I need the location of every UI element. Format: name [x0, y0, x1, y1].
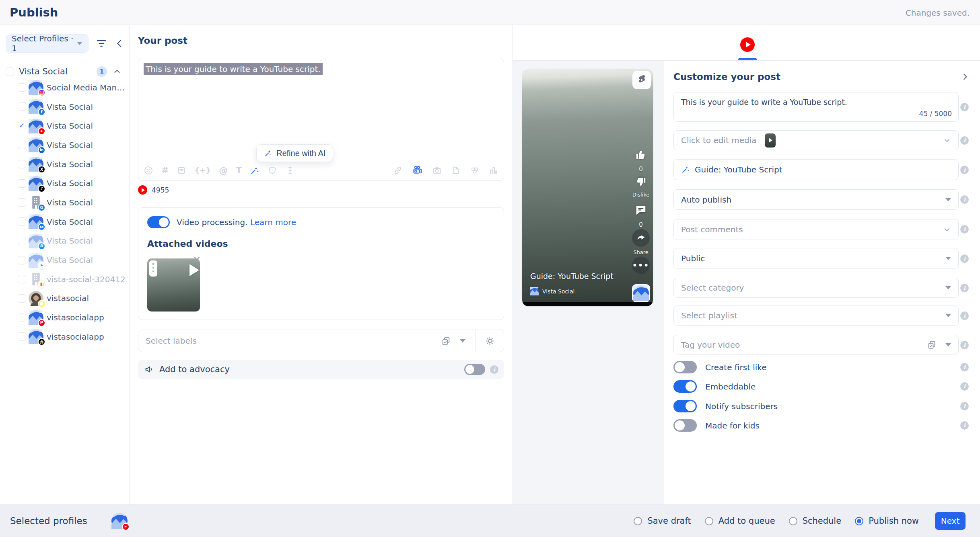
video-processing-toggle[interactable] [147, 216, 170, 228]
text-format-icon[interactable]: T [236, 166, 242, 175]
advocacy-toggle[interactable] [464, 364, 485, 375]
edit-media-field[interactable]: Click to edit media [673, 130, 959, 150]
variables-icon[interactable]: {+} [194, 166, 211, 175]
profile-checkbox[interactable] [18, 141, 26, 149]
made-for-kids-toggle[interactable] [673, 419, 697, 432]
notify-subscribers-toggle[interactable] [673, 400, 697, 412]
media-thumbnail-play-icon[interactable] [765, 133, 776, 148]
tags-field[interactable]: Tag your video [673, 335, 959, 355]
remove-video-icon[interactable]: ✕ [193, 255, 201, 264]
refine-with-ai-button[interactable]: Refine with AI [256, 144, 333, 162]
chevron-down-icon[interactable] [460, 339, 465, 342]
profile-row-google-play[interactable]: Vista Social [0, 250, 130, 270]
video-icon[interactable] [412, 165, 423, 176]
comments-button[interactable]: 0 [631, 204, 651, 228]
schedule-option[interactable]: Schedule [789, 516, 842, 526]
profile-row-youtube[interactable]: Vista Social [0, 116, 130, 135]
profile-row-threads[interactable]: vistasocialapp [0, 327, 130, 346]
profile-row-bluesky[interactable]: Vista Social [0, 212, 130, 232]
profile-checkbox[interactable] [18, 332, 26, 341]
drag-handle-icon[interactable] [149, 260, 157, 277]
tab-youtube[interactable] [740, 37, 755, 52]
play-icon[interactable] [189, 264, 199, 276]
add-to-queue-option[interactable]: Add to queue [705, 516, 775, 526]
labels-icon[interactable] [927, 340, 937, 350]
emoji-icon[interactable] [144, 166, 153, 175]
radio-icon-selected[interactable] [855, 517, 863, 525]
profile-checkbox[interactable] [18, 237, 26, 245]
chevron-right-icon[interactable] [960, 72, 970, 82]
profile-checkbox[interactable] [18, 83, 26, 92]
profile-checkbox-checked[interactable] [18, 122, 26, 130]
info-icon[interactable] [960, 421, 969, 430]
post-editor[interactable]: This is your guide to write a YouTube sc… [138, 58, 504, 181]
info-icon[interactable] [960, 254, 969, 263]
manage-labels-button[interactable] [476, 336, 504, 346]
media-library-icon[interactable] [470, 166, 480, 175]
learn-more-link[interactable]: Learn more [250, 217, 296, 227]
post-text[interactable]: This is your guide to write a YouTube sc… [144, 63, 323, 75]
profile-checkbox[interactable] [18, 198, 26, 207]
chart-icon[interactable] [489, 166, 498, 175]
chevron-up-icon[interactable] [113, 67, 121, 76]
select-labels-field[interactable]: Select labels [138, 330, 504, 352]
radio-icon[interactable] [634, 517, 642, 525]
next-button[interactable]: Next [935, 512, 966, 530]
profile-checkbox[interactable] [18, 102, 26, 111]
visibility-select[interactable]: Public [673, 248, 959, 269]
info-icon[interactable] [490, 365, 498, 374]
profile-row-pinterest[interactable]: vistasocialapp [0, 308, 130, 327]
filter-profiles-button[interactable] [95, 37, 107, 49]
post-text-field[interactable]: This is your guide to write a YouTube sc… [673, 92, 959, 122]
link-icon[interactable] [393, 166, 403, 175]
profile-checkbox[interactable] [18, 314, 26, 322]
info-icon[interactable] [960, 341, 969, 349]
category-select[interactable]: Select category [673, 278, 959, 298]
hashtag-icon[interactable]: # [161, 166, 169, 175]
publish-now-option[interactable]: Publish now [855, 516, 919, 526]
profile-checkbox[interactable] [18, 160, 26, 168]
create-first-like-toggle[interactable] [673, 361, 697, 373]
profile-row-instagram[interactable]: Social Media Managem... [0, 78, 130, 97]
profile-checkbox[interactable] [18, 217, 26, 226]
info-icon[interactable] [960, 166, 969, 174]
info-icon[interactable] [960, 195, 969, 204]
notes-icon[interactable] [177, 166, 186, 175]
profile-checkbox[interactable] [18, 275, 26, 283]
embeddable-toggle[interactable] [673, 380, 697, 393]
select-profiles-dropdown[interactable]: Select Profiles · 1 [6, 34, 89, 53]
profile-row-tiktok[interactable]: Vista Social [0, 174, 130, 193]
dislike-button[interactable]: Dislike [631, 176, 651, 198]
profile-row-app-store[interactable]: Vista Social [0, 232, 130, 251]
profile-row-x[interactable]: Vista Social [0, 155, 130, 174]
collapse-sidebar-button[interactable] [114, 38, 126, 50]
file-icon[interactable] [451, 166, 461, 175]
info-icon[interactable] [960, 363, 969, 371]
video-title-field[interactable]: Guide: YouTube Script [673, 159, 959, 180]
chevron-down-icon[interactable] [943, 136, 951, 144]
profile-row-google-business[interactable]: Vista Social [0, 193, 130, 212]
info-icon[interactable] [960, 382, 969, 391]
profile-row-facebook[interactable]: Vista Social [0, 97, 130, 117]
save-draft-option[interactable]: Save draft [634, 516, 691, 526]
profile-checkbox[interactable] [18, 179, 26, 188]
profile-checkbox[interactable] [18, 294, 26, 303]
info-icon[interactable] [960, 312, 969, 320]
playlist-select[interactable]: Select playlist [673, 305, 959, 326]
text-cursor-icon[interactable] [285, 166, 295, 175]
group-checkbox[interactable] [6, 68, 14, 76]
labels-icon[interactable] [441, 336, 451, 346]
profile-checkbox[interactable] [18, 256, 26, 264]
like-button[interactable]: 0 [631, 149, 651, 173]
ai-assistant-icon[interactable] [250, 166, 259, 175]
share-button[interactable]: Share [631, 229, 651, 255]
info-icon[interactable] [960, 402, 969, 410]
more-button[interactable]: ••• [631, 256, 651, 274]
radio-icon[interactable] [789, 517, 797, 525]
post-comments-select[interactable]: Post comments [673, 219, 959, 240]
info-icon[interactable] [960, 103, 969, 111]
info-icon[interactable] [960, 225, 969, 234]
attached-video-thumbnail[interactable]: ✕ [147, 258, 200, 312]
profile-row-analytics[interactable]: vista-social-320412 [0, 270, 130, 289]
auto-publish-select[interactable]: Auto publish [673, 189, 959, 210]
